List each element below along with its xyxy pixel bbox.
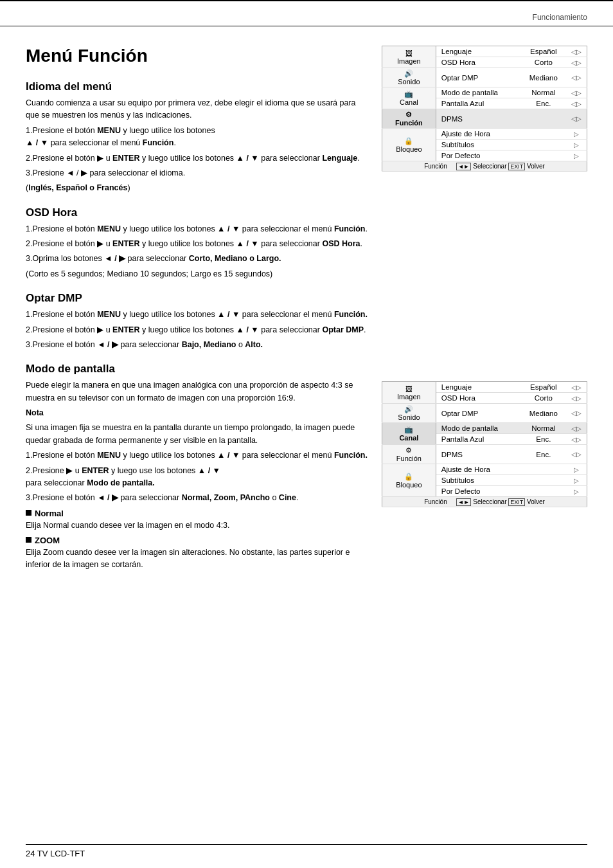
menu-cell-funcion-2: ⚙Función xyxy=(382,445,436,464)
footer-hint-keys-2: ◄► xyxy=(456,498,472,506)
value-dpms xyxy=(520,109,567,129)
item-pantallaazul-2: Pantalla Azul xyxy=(436,434,520,445)
value-subtitulos-2 xyxy=(520,475,567,486)
menu-cell-imagen-2: 🖼Imagen xyxy=(382,382,436,404)
item-optardmp: Optar DMP xyxy=(436,68,520,87)
normal-text: Elija Normal cuando desee ver la imagen … xyxy=(26,520,369,532)
menu-table-1-container: 🖼Imagen Lenguaje Español ◁▷ OSD Hora Cor… xyxy=(382,46,587,176)
item-lenguaje: Lenguaje xyxy=(436,46,520,57)
arrow-lenguaje-2: ◁▷ xyxy=(567,382,587,393)
right-column: 🖼Imagen Lenguaje Español ◁▷ OSD Hora Cor… xyxy=(382,26,587,574)
modo-p3: 2.Presione ▶ u ENTER y luego use los bot… xyxy=(26,465,369,490)
value-ajustehora xyxy=(520,129,567,140)
left-column: Menú Función Idioma del menú Cuando comi… xyxy=(26,26,382,574)
idioma-p3: 2.Presione el botón ▶ u ENTER y luego ut… xyxy=(26,152,369,165)
arrow-optardmp: ◁▷ xyxy=(567,68,587,87)
value-osd: Corto xyxy=(520,57,567,68)
arrow-modopantalla-2: ◁▷ xyxy=(567,423,587,434)
table-row-active: ⚙Función DPMS ◁▷ xyxy=(382,109,587,129)
arrow-subtitulos: ▷ xyxy=(567,140,587,150)
arrow-osd-2: ◁▷ xyxy=(567,393,587,404)
normal-bullet-label: Normal xyxy=(35,509,64,518)
item-osd: OSD Hora xyxy=(436,57,520,68)
funcion-icon: ⚙ xyxy=(405,111,412,118)
value-pordefecto-2 xyxy=(520,486,567,497)
optar-p3: 3.Presione el botón ◄ / ▶ para seleccion… xyxy=(26,339,369,351)
normal-bullet-heading: Normal xyxy=(26,509,369,518)
section-heading-osd: OSD Hora xyxy=(26,206,369,219)
canal2-icon: 📺 xyxy=(404,426,413,433)
arrow-dpms: ◁▷ xyxy=(567,109,587,129)
value-modopantalla-2: Normal xyxy=(520,423,567,434)
table-footer-row: Función ◄► Seleccionar EXIT Volver xyxy=(382,161,587,172)
zoom-bullet-heading: ZOOM xyxy=(26,536,369,545)
menu-cell-imagen: 🖼Imagen xyxy=(382,46,436,68)
item-osd-2: OSD Hora xyxy=(436,393,520,404)
table-row: 🖼Imagen Lenguaje Español ◁▷ xyxy=(382,382,587,393)
footer-hint-text-2: Seleccionar xyxy=(473,498,508,505)
imagen-icon: 🖼 xyxy=(405,50,413,57)
arrow-pantallaazul: ◁▷ xyxy=(567,98,587,109)
menu-cell-bloqueo: 🔒Bloqueo xyxy=(382,129,436,161)
funcion2-icon: ⚙ xyxy=(405,446,412,454)
zoom-bullet-icon xyxy=(26,537,31,543)
osd-p4: (Corto es 5 segundos; Mediano 10 segundo… xyxy=(26,268,369,280)
value-subtitulos xyxy=(520,140,567,150)
footer-page-label: 24 TV LCD-TFT xyxy=(26,849,85,858)
item-pordefecto: Por Defecto xyxy=(436,150,520,161)
imagen2-icon: 🖼 xyxy=(405,385,413,393)
menu-cell-sonido: 🔊Sonido xyxy=(382,68,436,87)
menu-cell-funcion: ⚙Función xyxy=(382,109,436,129)
table-row: ⚙Función DPMS Enc. ◁▷ xyxy=(382,445,587,464)
value-lenguaje: Español xyxy=(520,46,567,57)
arrow-lenguaje: ◁▷ xyxy=(567,46,587,57)
table-row: 🔊Sonido Optar DMP Mediano ◁▷ xyxy=(382,404,587,423)
item-modopantalla-2: Modo de pantalla xyxy=(436,423,520,434)
section-heading-optar: Optar DMP xyxy=(26,292,369,305)
footer-exit-key-2: EXIT xyxy=(508,498,525,506)
arrow-subtitulos-2: ▷ xyxy=(567,475,587,486)
arrow-pordefecto: ▷ xyxy=(567,150,587,161)
arrow-pantallaazul-2: ◁▷ xyxy=(567,434,587,445)
idioma-p1: Cuando comienza a usar su equipo por pri… xyxy=(26,97,369,122)
optar-p1: 1.Presione el botón MENU y luego utilice… xyxy=(26,309,369,321)
value-dpms-2: Enc. xyxy=(520,445,567,464)
table-row: 🔒Bloqueo Ajuste de Hora ▷ xyxy=(382,464,587,475)
item-dpms: DPMS xyxy=(436,109,520,129)
item-ajustehora: Ajuste de Hora xyxy=(436,129,520,140)
menu-cell-canal: 📺Canal xyxy=(382,87,436,109)
value-osd-2: Corto xyxy=(520,393,567,404)
value-ajustehora-2 xyxy=(520,464,567,475)
modo-p4: 3.Presione el botón ◄ / ▶ para seleccion… xyxy=(26,492,369,504)
arrow-ajustehora-2: ▷ xyxy=(567,464,587,475)
arrow-osd: ◁▷ xyxy=(567,57,587,68)
menu-cell-sonido-2: 🔊Sonido xyxy=(382,404,436,423)
item-pordefecto-2: Por Defecto xyxy=(436,486,520,497)
menu-cell-bloqueo-2: 🔒Bloqueo xyxy=(382,464,436,497)
table-row: 🖼Imagen Lenguaje Español ◁▷ xyxy=(382,46,587,57)
sonido2-icon: 🔊 xyxy=(404,405,413,413)
value-pantallaazul-2: Enc. xyxy=(520,434,567,445)
item-pantallaazul: Pantalla Azul xyxy=(436,98,520,109)
menu-table-1: 🖼Imagen Lenguaje Español ◁▷ OSD Hora Cor… xyxy=(382,46,587,172)
section-heading-modo: Modo de pantalla xyxy=(26,363,369,375)
footer-label-1: Función xyxy=(424,163,447,170)
section-heading-idioma: Idioma del menú xyxy=(26,80,369,93)
zoom-text: Elija Zoom cuando desee ver la imagen si… xyxy=(26,547,369,572)
item-ajustehora-2: Ajuste de Hora xyxy=(436,464,520,475)
idioma-p2: 1.Presione el botón MENU y luego utilice… xyxy=(26,125,369,150)
table-footer-row-2: Función ◄► Seleccionar EXIT Volver xyxy=(382,497,587,507)
item-lenguaje-2: Lenguaje xyxy=(436,382,520,393)
bloqueo2-icon: 🔒 xyxy=(404,473,413,480)
table-row-active-2: 📺Canal Modo de pantalla Normal ◁▷ xyxy=(382,423,587,434)
normal-bullet-icon xyxy=(26,510,31,516)
value-optardmp-2: Mediano xyxy=(520,404,567,423)
idioma-p4: 3.Presione ◄ / ▶ para seleccionar el idi… xyxy=(26,167,369,179)
value-lenguaje-2: Español xyxy=(520,382,567,393)
table-row: 🔒Bloqueo Ajuste de Hora ▷ xyxy=(382,129,587,140)
footer-hint-keys: ◄► xyxy=(456,163,472,170)
table-row: 📺Canal Modo de pantalla Normal ◁▷ xyxy=(382,87,587,98)
value-modopantalla: Normal xyxy=(520,87,567,98)
arrow-dpms-2: ◁▷ xyxy=(567,445,587,464)
menu-cell-canal-2: 📺Canal xyxy=(382,423,436,445)
